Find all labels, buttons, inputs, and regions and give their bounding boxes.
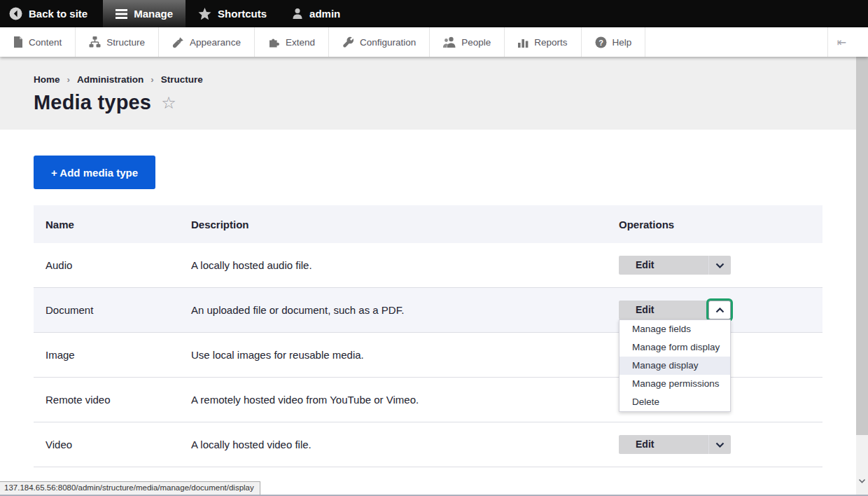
column-header-name: Name [34,219,179,230]
user-icon [292,8,303,20]
edit-button[interactable]: Edit [619,435,708,454]
people-icon [443,36,456,48]
media-type-description: An uploaded file or document, such as a … [179,304,607,316]
chevron-down-icon [715,442,724,448]
toolbar-label: Configuration [360,37,416,48]
media-types-table: Name Description Operations Audio A loca… [34,205,822,467]
menu-item-manage-display[interactable]: Manage display [620,357,730,375]
media-type-description: A remotely hosted video from YouTube or … [179,394,607,406]
user-name-label: admin [309,8,340,20]
toolbar-item-configuration[interactable]: Configuration [329,27,430,57]
back-circle-icon [9,7,22,20]
chevron-up-icon [715,308,724,313]
media-type-name: Remote video [34,394,179,406]
operations-dropbutton: Edit [619,435,731,454]
toolbar-label: Appearance [190,37,241,48]
shortcuts-label: Shortcuts [218,8,267,20]
toolbar-item-people[interactable]: People [430,27,505,57]
sitemap-icon [89,36,101,48]
menu-item-manage-permissions[interactable]: Manage permissions [620,375,730,393]
collapse-toolbar-button[interactable]: ⇤ [827,27,855,57]
bar-chart-icon [518,36,528,48]
media-type-name: Image [34,349,179,361]
media-type-name: Audio [34,259,179,271]
breadcrumb-home[interactable]: Home [34,74,60,85]
admin-tab-shortcuts[interactable]: Shortcuts [186,0,279,27]
menu-item-manage-fields[interactable]: Manage fields [620,320,730,338]
menu-item-delete[interactable]: Delete [620,393,730,411]
toolbar-item-help[interactable]: ? Help [582,27,646,57]
collapse-toolbar-icon: ⇤ [837,36,846,49]
paintbrush-icon [172,36,184,48]
table-header-row: Name Description Operations [34,205,822,243]
toolbar-label: Extend [286,37,315,48]
operations-dropbutton-open: Edit [619,301,731,319]
edit-button[interactable]: Edit [619,301,708,319]
scroll-down-arrow-icon [858,478,866,483]
dropdown-toggle-button[interactable] [708,435,731,454]
favorite-star-icon[interactable]: ☆ [161,95,176,111]
admin-bar: Back to site Manage Shortcuts [0,0,868,27]
star-icon [198,8,211,20]
admin-tab-manage[interactable]: Manage [103,0,186,27]
breadcrumb-administration[interactable]: Administration [77,74,144,85]
toolbar-item-structure[interactable]: Structure [76,27,159,57]
media-type-name: Video [34,439,179,450]
toolbar-label: Structure [106,37,145,48]
edit-button[interactable]: Edit [619,256,708,275]
media-type-name: Document [34,304,179,316]
operations-dropbutton: Edit [619,256,731,275]
toolbar-label: Reports [534,37,567,48]
question-icon: ? [595,36,607,48]
column-header-description: Description [179,219,607,230]
hamburger-icon [115,9,127,19]
table-row-document: Document An uploaded file or document, s… [34,288,822,333]
breadcrumb: Home › Administration › Structure [34,74,856,85]
table-row-video: Video A locally hosted video file. Edit [34,422,822,467]
table-row-audio: Audio A locally hosted audio file. Edit [34,243,822,288]
scrollbar-down-button[interactable] [856,475,868,486]
vertical-scrollbar[interactable] [856,57,868,496]
toolbar-item-appearance[interactable]: Appearance [159,27,255,57]
page-content: Home › Administration › Structure Media … [0,57,856,496]
toolbar-item-extend[interactable]: Extend [255,27,329,57]
toolbar-tray: Content Structure Appearance [0,27,868,57]
page-header: Home › Administration › Structure Media … [0,57,856,130]
media-type-description: Use local images for reusable media. [179,349,607,361]
puzzle-icon [268,36,280,48]
column-header-operations: Operations [607,205,822,243]
dropdown-toggle-button[interactable] [708,256,731,275]
wrench-icon [342,36,354,48]
toolbar-label: Help [612,37,632,48]
toolbar-item-reports[interactable]: Reports [505,27,581,57]
breadcrumb-separator: › [67,74,71,85]
menu-item-manage-form-display[interactable]: Manage form display [620,338,730,357]
scrollbar-thumb[interactable] [856,57,868,435]
admin-user-menu[interactable]: admin [279,0,353,27]
back-to-site-label: Back to site [29,8,88,20]
page-title: Media types [34,91,151,114]
back-to-site-link[interactable]: Back to site [0,0,100,27]
media-type-description: A locally hosted audio file. [179,259,607,271]
toolbar-item-content[interactable]: Content [0,27,76,57]
drupal-admin-screen: Back to site Manage Shortcuts [0,0,868,496]
operations-dropdown-menu: Manage fields Manage form display Manage… [619,319,731,412]
toolbar-label: Content [29,37,62,48]
dropdown-toggle-button-focused[interactable] [708,301,731,319]
media-type-description: A locally hosted video file. [179,439,607,450]
breadcrumb-separator: › [150,74,154,85]
chevron-down-icon [715,263,724,268]
toolbar-label: People [461,37,491,48]
file-icon [13,36,23,48]
svg-text:?: ? [598,38,603,46]
breadcrumb-structure[interactable]: Structure [161,74,203,85]
link-status-tooltip: 137.184.65.56:8080/admin/structure/media… [0,481,260,495]
manage-label: Manage [134,8,173,20]
add-media-type-button[interactable]: + Add media type [34,156,155,189]
